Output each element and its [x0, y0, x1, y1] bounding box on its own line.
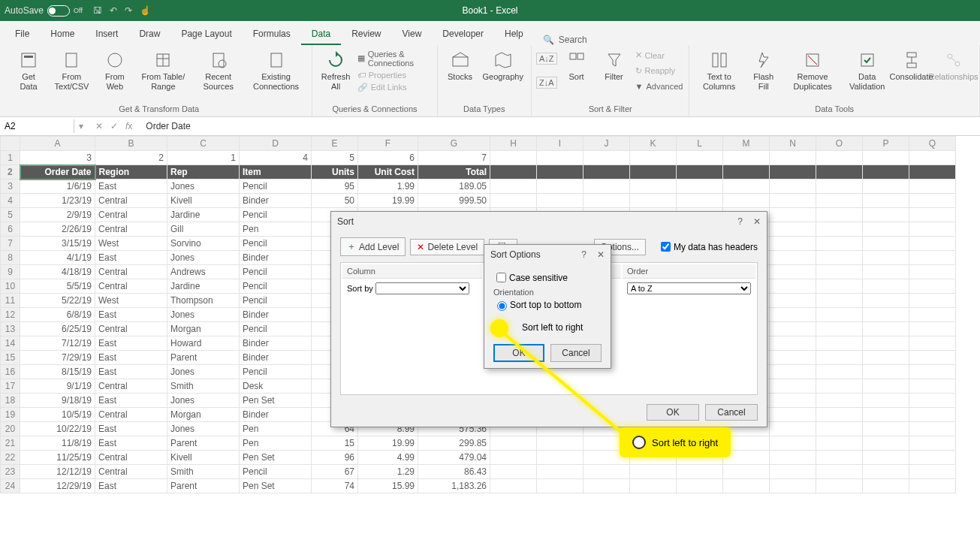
help-icon[interactable]: ? — [581, 249, 586, 260]
group-label: Data Types — [463, 104, 505, 115]
formula-bar: A2 ▾ ✕ ✓ fx Order Date — [0, 117, 980, 136]
sort-za-button[interactable]: Z↓A — [536, 77, 557, 89]
edit-links-button[interactable]: 🔗 Edit Links — [356, 82, 433, 93]
tab-developer[interactable]: Developer — [432, 26, 494, 45]
sort-options-dialog: Sort Options ?✕ Case sensitive Orientati… — [484, 244, 611, 369]
sort-order-select[interactable]: A to Z — [627, 282, 751, 294]
search-box[interactable]: 🔍 Search — [543, 35, 587, 45]
my-data-has-headers-checkbox[interactable]: My data has headers — [658, 240, 758, 254]
delete-level-button[interactable]: ✕Delete Level — [410, 239, 484, 255]
sort-az-button[interactable]: A↓Z — [536, 53, 557, 65]
from-table-range-button[interactable]: From Table/ Range — [134, 48, 192, 92]
data-validation-button[interactable]: Data Validation — [843, 48, 891, 92]
search-icon: 🔍 — [543, 35, 554, 45]
dialog-title: Sort Options — [490, 249, 541, 260]
cancel-formula-icon[interactable]: ✕ — [95, 121, 103, 131]
svg-rect-2 — [66, 53, 77, 67]
svg-rect-14 — [570, 53, 576, 59]
geography-datatype-button[interactable]: Geography — [480, 48, 526, 83]
radio-icon — [632, 436, 646, 449]
svg-rect-20 — [861, 54, 873, 66]
advanced-filter-button[interactable]: ▼ Advanced — [634, 81, 685, 92]
reapply-filter-button[interactable]: ↻ Reapply — [634, 65, 685, 77]
group-label: Queries & Connections — [332, 104, 417, 115]
svg-line-19 — [808, 56, 817, 65]
from-text-csv-button[interactable]: From Text/CSV — [48, 48, 95, 92]
fx-icon[interactable]: fx — [125, 121, 132, 131]
undo-icon[interactable]: ↶ — [110, 5, 117, 16]
sort-by-select[interactable] — [375, 282, 469, 294]
text-to-columns-button[interactable]: Text to Columns — [694, 48, 743, 92]
tab-review[interactable]: Review — [341, 26, 391, 45]
stocks-datatype-button[interactable]: Stocks — [442, 48, 478, 83]
properties-button[interactable]: 🏷 Properties — [356, 70, 433, 80]
autosave-toggle[interactable]: AutoSave Off — [5, 5, 83, 17]
sort-ok-button[interactable]: OK — [647, 404, 699, 421]
group-label: Sort & Filter — [589, 104, 632, 115]
refresh-all-button[interactable]: Refresh All — [317, 48, 354, 92]
group-label: Data Tools — [815, 104, 854, 115]
tab-page-layout[interactable]: Page Layout — [170, 26, 242, 45]
title-bar: AutoSave Off 🖫 ↶ ↷ ☝ Book1 - Excel — [0, 0, 980, 21]
group-label: Get & Transform Data — [119, 104, 199, 115]
close-icon[interactable]: ✕ — [753, 216, 761, 227]
sort-cancel-button[interactable]: Cancel — [705, 404, 758, 421]
recent-sources-button[interactable]: Recent Sources — [194, 48, 243, 92]
sort-by-label: Sort by — [347, 284, 373, 293]
tab-data[interactable]: Data — [301, 26, 341, 45]
formula-input[interactable]: Order Date — [140, 119, 196, 133]
consolidate-button[interactable]: Consolidate — [892, 48, 930, 83]
svg-rect-21 — [907, 53, 916, 57]
tab-insert[interactable]: Insert — [85, 26, 128, 45]
tab-view[interactable]: View — [392, 26, 433, 45]
from-web-button[interactable]: From Web — [97, 48, 133, 92]
svg-point-3 — [108, 53, 122, 67]
touch-mode-icon[interactable]: ☝ — [140, 5, 151, 16]
ribbon: Get Data From Text/CSV From Web From Tab… — [0, 45, 980, 117]
tab-formulas[interactable]: Formulas — [243, 26, 301, 45]
svg-rect-0 — [22, 53, 35, 67]
remove-duplicates-button[interactable]: Remove Duplicates — [783, 48, 843, 92]
redo-icon[interactable]: ↷ — [125, 5, 132, 16]
svg-rect-1 — [24, 56, 33, 58]
svg-marker-10 — [336, 51, 339, 57]
existing-connections-button[interactable]: Existing Connections — [245, 48, 308, 92]
filter-button[interactable]: Filter — [596, 48, 632, 83]
svg-line-12 — [453, 53, 460, 57]
tab-file[interactable]: File — [5, 26, 40, 45]
name-box[interactable]: A2 — [0, 119, 74, 133]
svg-rect-11 — [453, 57, 468, 66]
svg-rect-16 — [713, 53, 718, 67]
sort-top-to-bottom-radio[interactable]: Sort top to bottom — [493, 299, 602, 311]
tab-home[interactable]: Home — [40, 26, 85, 45]
help-icon[interactable]: ? — [737, 216, 743, 227]
options-cancel-button[interactable]: Cancel — [550, 344, 602, 362]
flash-fill-button[interactable]: Flash Fill — [746, 48, 782, 92]
enter-formula-icon[interactable]: ✓ — [110, 121, 118, 131]
save-icon[interactable]: 🖫 — [93, 5, 102, 16]
sort-left-to-right-radio[interactable]: Sort left to right — [493, 321, 602, 333]
quick-access-toolbar: 🖫 ↶ ↷ ☝ — [93, 5, 151, 16]
svg-line-26 — [951, 58, 956, 62]
worksheet[interactable]: ABCDEFGHIJKLMNOPQ132145672Order DateRegi… — [0, 136, 980, 534]
callout-text: Sort left to right — [652, 437, 718, 448]
relationships-button[interactable]: Relationships — [932, 48, 975, 83]
svg-rect-17 — [721, 53, 726, 67]
queries-connections-button[interactable]: ▦ Queries & Connections — [356, 49, 433, 68]
app-title: Book1 - Excel — [462, 5, 517, 16]
svg-rect-22 — [907, 63, 916, 68]
dialog-title: Sort — [337, 216, 354, 227]
add-level-button[interactable]: ＋Add Level — [340, 237, 406, 256]
tab-draw[interactable]: Draw — [128, 26, 170, 45]
callout-bubble: Sort left to right — [620, 427, 731, 457]
sort-button[interactable]: Sort — [559, 48, 595, 83]
close-icon[interactable]: ✕ — [597, 249, 605, 260]
case-sensitive-checkbox[interactable]: Case sensitive — [493, 270, 602, 285]
tab-help[interactable]: Help — [494, 26, 534, 45]
clear-filter-button[interactable]: ✕ Clear — [634, 50, 685, 61]
svg-rect-9 — [271, 53, 282, 67]
orientation-label: Orientation — [493, 288, 602, 297]
get-data-button[interactable]: Get Data — [11, 48, 47, 92]
ribbon-tabs: File Home Insert Draw Page Layout Formul… — [0, 21, 980, 45]
svg-line-13 — [460, 53, 468, 57]
